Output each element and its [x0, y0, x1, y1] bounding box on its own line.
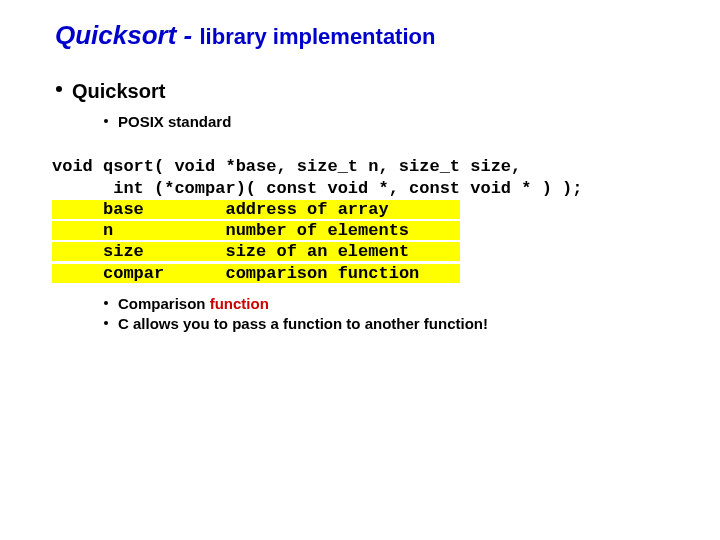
arg-desc-base: address of array	[225, 200, 388, 219]
bullet-quicksort-label: Quicksort	[72, 80, 165, 102]
arg-desc-n: number of elements	[225, 221, 409, 240]
sub-bullet-comparison-b: function	[210, 295, 269, 312]
sub-bullet-dot-icon	[104, 321, 108, 325]
code-arg-base: base address of array	[52, 200, 460, 219]
title-part-2: library implementation	[199, 24, 435, 49]
code-arg-n: n number of elements	[52, 221, 460, 240]
sub-bullet-posix: POSIX standard	[118, 113, 231, 130]
sub-bullet-dot-icon	[104, 119, 108, 123]
code-line-2: int (*compar)( const void *, const void …	[52, 179, 583, 198]
sub-bullet-pass-label: C allows you to pass a function to anoth…	[118, 315, 488, 332]
bullet-dot-icon	[56, 86, 62, 92]
title-part-1: Quicksort -	[55, 20, 199, 50]
sub-bullets-notes: Comparison function C allows you to pass…	[118, 295, 488, 335]
sub-bullet-dot-icon	[104, 301, 108, 305]
arg-desc-compar: comparison function	[225, 264, 419, 283]
sub-bullet-posix-label: POSIX standard	[118, 113, 231, 130]
arg-name-n: n	[103, 221, 113, 240]
sub-bullet-comparison: Comparison function	[118, 295, 488, 312]
slide-title: Quicksort - library implementation	[55, 20, 435, 51]
arg-name-size: size	[103, 242, 144, 261]
code-block: void qsort( void *base, size_t n, size_t…	[52, 135, 583, 284]
arg-name-base: base	[103, 200, 144, 219]
code-arg-size: size size of an element	[52, 242, 460, 261]
sub-bullet-pass: C allows you to pass a function to anoth…	[118, 315, 488, 332]
arg-name-compar: compar	[103, 264, 164, 283]
sub-bullet-comparison-a: Comparison	[118, 295, 210, 312]
code-line-1: void qsort( void *base, size_t n, size_t…	[52, 157, 521, 176]
arg-desc-size: size of an element	[225, 242, 409, 261]
bullet-quicksort: Quicksort	[72, 80, 165, 103]
code-arg-compar: compar comparison function	[52, 264, 460, 283]
